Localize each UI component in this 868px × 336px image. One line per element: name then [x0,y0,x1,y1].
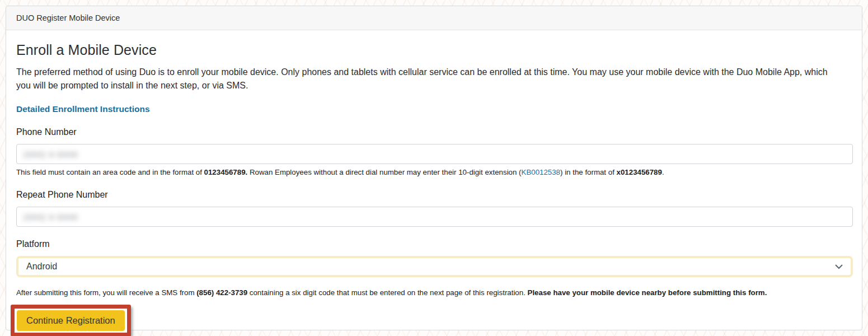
panel-header: DUO Register Mobile Device [6,6,862,30]
page-title: Enroll a Mobile Device [16,42,852,58]
detailed-enrollment-instructions-link[interactable]: Detailed Enrollment Instructions [16,104,150,114]
chevron-down-icon [835,264,843,269]
repeat-phone-number-label: Repeat Phone Number [16,190,852,200]
highlight-annotation-box: Continue Registration [11,305,131,336]
duo-register-panel: DUO Register Mobile Device Enroll a Mobi… [6,6,862,330]
redacted-phone-value: (000) 0-0000 [24,150,78,159]
phone-number-label: Phone Number [16,127,852,137]
intro-text: The preferred method of using Duo is to … [16,66,833,92]
spacer [16,227,852,239]
panel-title: DUO Register Mobile Device [16,13,120,22]
repeat-phone-number-input[interactable]: (000) 0-0000 [16,207,853,227]
sms-note-text: After submitting this form, you will rec… [16,288,852,298]
redacted-repeat-phone-value: (000) 0-0000 [24,212,78,222]
page-background: { "panel": { "header": { "title": "DUO R… [0,0,868,336]
kb-article-link[interactable]: KB0012538 [522,168,561,176]
platform-label: Platform [16,239,852,249]
continue-registration-button[interactable]: Continue Registration [17,310,125,331]
phone-number-input[interactable]: (000) 0-0000 [16,144,853,164]
phone-number-help-text: This field must contain an area code and… [16,167,852,178]
panel-body: Enroll a Mobile Device The preferred met… [6,30,862,336]
platform-selected-value: Android [26,262,57,272]
platform-select[interactable]: Android [16,256,853,277]
